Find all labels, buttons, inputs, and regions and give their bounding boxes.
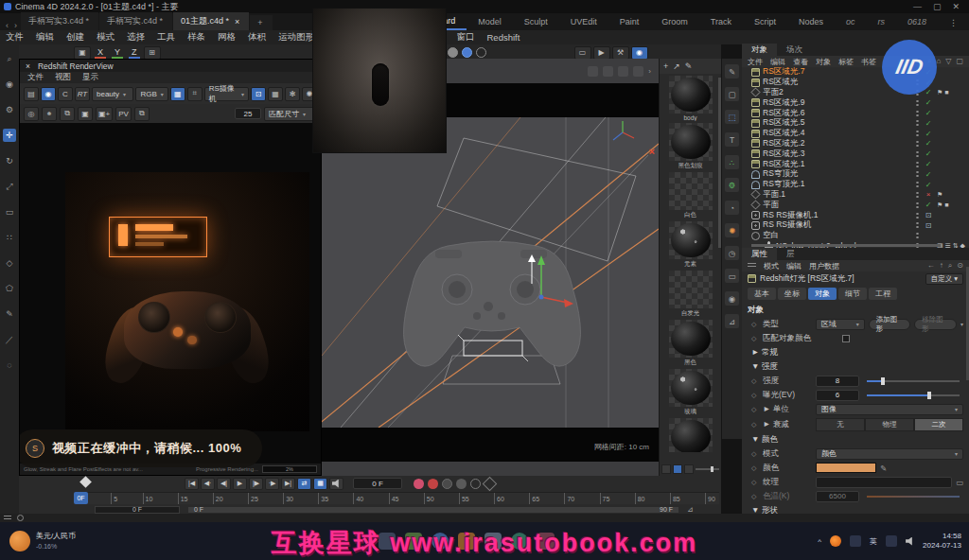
menu-item[interactable]: 编辑	[770, 57, 785, 67]
tab-attributes[interactable]: 属性	[742, 248, 777, 260]
menu-item[interactable]: 编辑	[786, 261, 802, 271]
transport-button[interactable]: ◀·	[201, 478, 215, 490]
object-name[interactable]: 空白	[763, 230, 779, 241]
layout-tab[interactable]: oc	[835, 14, 867, 29]
spline-pen-icon[interactable]: ✎	[725, 64, 739, 79]
render-icon[interactable]: ▶	[593, 46, 610, 60]
object-row[interactable]: RS RS摄像机.1 ⊡	[742, 210, 969, 220]
scale-tool-icon[interactable]: ⤢	[3, 180, 16, 193]
clock-icon[interactable]: ◷	[725, 246, 739, 260]
material-create-icon[interactable]: ◉	[725, 291, 739, 306]
object-row[interactable]: RS穹顶光 ✓	[742, 169, 969, 180]
visibility-dots[interactable]	[915, 232, 920, 239]
doc-tab[interactable]: 手柄写实3.c4d *	[21, 12, 98, 30]
compare-icon[interactable]: ⧉	[60, 107, 75, 121]
enabled-state-icon[interactable]: ✓	[923, 130, 934, 138]
attribute-tab-button[interactable]: 基本	[748, 288, 776, 300]
add-shape-button[interactable]: 添加图形	[869, 319, 911, 330]
visibility-dots[interactable]	[915, 150, 920, 158]
object-row[interactable]: 平面.1 × ⚑	[742, 190, 969, 201]
comment-icon[interactable]: ◌	[3, 359, 16, 372]
enabled-state-icon[interactable]: ⊡	[923, 211, 934, 219]
settings-gear-icon[interactable]: ⚙	[3, 103, 16, 116]
crop-icon[interactable]: ⌗	[187, 87, 203, 101]
material-item[interactable]: 黑色	[660, 320, 721, 367]
add-material-icon[interactable]: +	[663, 61, 668, 71]
exposure-field[interactable]: 6	[816, 390, 859, 401]
visibility-dots[interactable]	[915, 191, 920, 199]
enabled-state-icon[interactable]: ✓	[923, 170, 934, 179]
transport-button[interactable]: |▶	[249, 478, 263, 490]
menu-item[interactable]: 体积	[248, 31, 266, 44]
text-tool-icon[interactable]: T	[725, 132, 739, 147]
object-row[interactable]: RS穹顶光.1 ✓	[742, 180, 969, 190]
object-row[interactable]: RS区域光.6 ✓	[742, 108, 969, 118]
object-row[interactable]: 平面 ✓ ⚑ ■	[742, 200, 969, 210]
object-tags[interactable]: ⚑ ■	[937, 89, 969, 96]
axis-x-button[interactable]: X	[95, 47, 106, 59]
deformer-gear-icon[interactable]: ⚙	[725, 178, 739, 192]
snapshot-icon[interactable]: ▤	[24, 87, 39, 101]
axis-y-button[interactable]: Y	[112, 47, 123, 59]
thumbnail-size-slider[interactable]	[696, 468, 719, 470]
enabled-state-icon[interactable]: ×	[923, 190, 934, 199]
menu-item[interactable]: 运动图形	[278, 31, 314, 44]
viewport-menu-icon[interactable]: ›	[648, 67, 651, 76]
remove-shape-button[interactable]: 移除图形	[914, 319, 957, 330]
menu-item[interactable]: 查看	[793, 57, 808, 67]
layout-tab[interactable]: Model	[467, 14, 513, 29]
visibility-dots[interactable]	[915, 161, 920, 168]
copy-icon[interactable]: ⧉	[134, 107, 150, 121]
tab-layers[interactable]: 层	[777, 248, 804, 260]
current-frame-box[interactable]: 0 F	[95, 506, 180, 514]
unit-dropdown[interactable]: 图像▾	[816, 404, 963, 415]
axis-z-button[interactable]: Z	[129, 47, 140, 59]
material-item[interactable]: body	[660, 76, 721, 121]
material-thumbnail[interactable]	[669, 221, 713, 259]
rotate-view-icon[interactable]	[618, 66, 628, 77]
coord-icon[interactable]: ▣	[74, 46, 91, 60]
ipr-teapot-icon[interactable]: ◉	[41, 87, 56, 101]
menu-item[interactable]: 显示	[82, 72, 98, 83]
nav-forward-icon[interactable]: ›	[14, 21, 21, 30]
mode-circle-icon[interactable]	[476, 47, 486, 58]
type-dropdown[interactable]: 区域▾	[816, 319, 865, 330]
primitive-icon[interactable]: ▢	[725, 87, 739, 101]
history-back-icon[interactable]: ←	[927, 261, 935, 271]
enabled-state-icon[interactable]: ✓	[923, 160, 934, 168]
mode-circle-icon-active[interactable]	[462, 47, 472, 58]
menu-item[interactable]: 创建	[66, 31, 84, 44]
status-menu-icon[interactable]	[4, 516, 11, 521]
om-filter-icon[interactable]: ▽	[945, 57, 951, 66]
material-thumbnail[interactable]	[669, 369, 713, 407]
object-row[interactable]: RS RS摄像机 ⊡	[742, 220, 969, 231]
layout-tab[interactable]: Nodes	[787, 14, 835, 29]
menu-item[interactable]: 文件	[6, 31, 24, 44]
material-thumbnail[interactable]	[669, 320, 713, 358]
color-swatch[interactable]	[816, 463, 876, 473]
environment-icon[interactable]: ◔	[725, 201, 739, 215]
move-tool-icon[interactable]: ✛	[3, 129, 16, 142]
enabled-state-icon[interactable]: ✓	[923, 139, 934, 148]
hud-icon[interactable]: ▦	[313, 478, 327, 490]
keyframe-settings-icon[interactable]	[442, 479, 452, 489]
enabled-state-icon[interactable]: ✓	[923, 119, 934, 128]
attribute-tab-button[interactable]: 对象	[808, 288, 837, 300]
doc-tab-active[interactable]: 01主题.c4d * ×	[173, 12, 249, 30]
doc-tab[interactable]: 手柄写实.c4d *	[99, 12, 172, 30]
layout-tab[interactable]: 0618	[896, 14, 938, 29]
visibility-dots[interactable]	[915, 221, 920, 229]
cloner-icon[interactable]: ∴	[725, 155, 739, 169]
om-home-icon[interactable]: ⌂	[936, 57, 941, 66]
enabled-state-icon[interactable]: ✓	[923, 109, 934, 117]
object-row[interactable]: RS区域光.1 ✓	[742, 159, 969, 169]
image-add-icon[interactable]: ▣+	[96, 107, 113, 121]
zoom-field[interactable]: 25	[235, 108, 261, 119]
lock-camera-icon[interactable]: ⊡	[251, 87, 266, 101]
record-scale-icon[interactable]	[470, 479, 481, 489]
visibility-dots[interactable]	[915, 140, 920, 148]
om-popout-icon[interactable]: ▢	[956, 57, 963, 66]
layout-tab[interactable]: Track	[699, 14, 743, 29]
object-row[interactable]: RS区域光 ✓	[742, 78, 969, 88]
object-row[interactable]: RS区域光.3 ✓	[742, 149, 969, 159]
